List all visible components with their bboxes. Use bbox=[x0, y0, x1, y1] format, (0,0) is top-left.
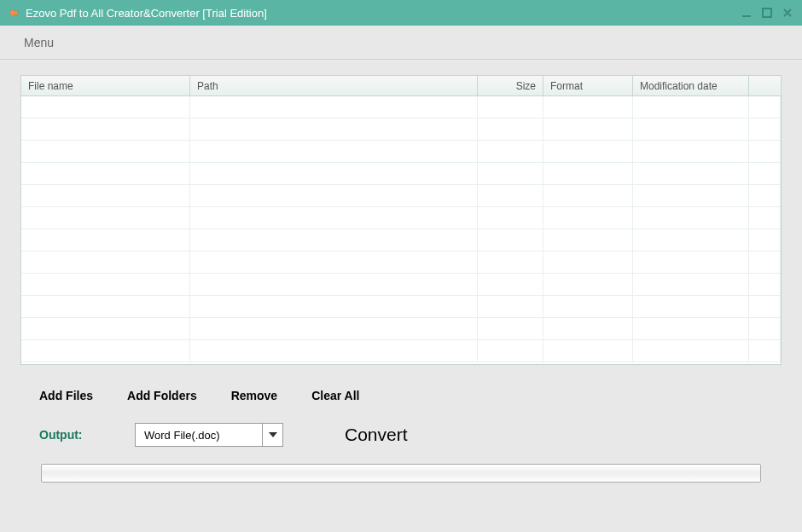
action-bar: Add Files Add Folders Remove Clear All bbox=[20, 365, 782, 416]
remove-button[interactable]: Remove bbox=[231, 389, 277, 402]
table-row bbox=[21, 252, 781, 274]
convert-button[interactable]: Convert bbox=[345, 425, 408, 445]
column-header-path[interactable]: Path bbox=[190, 76, 478, 95]
add-files-button[interactable]: Add Files bbox=[39, 389, 93, 402]
table-row bbox=[21, 318, 781, 340]
table-row bbox=[21, 119, 781, 141]
close-button[interactable] bbox=[780, 5, 795, 20]
table-header: File name Path Size Format Modification … bbox=[21, 76, 781, 96]
table-row bbox=[21, 340, 781, 362]
output-format-value: Word File(.doc) bbox=[136, 424, 262, 446]
progress-bar bbox=[41, 464, 761, 483]
table-row bbox=[21, 96, 781, 119]
table-row bbox=[21, 296, 781, 318]
table-row bbox=[21, 141, 781, 163]
title-bar: Ezovo Pdf to All Creator&Converter [Tria… bbox=[0, 0, 802, 26]
content-area: File name Path Size Format Modification … bbox=[0, 60, 802, 508]
app-icon bbox=[7, 6, 20, 20]
progress-container bbox=[20, 464, 782, 500]
table-row bbox=[21, 229, 781, 252]
output-row: Output: Word File(.doc) Convert bbox=[20, 416, 782, 464]
table-row bbox=[21, 274, 781, 296]
table-row bbox=[21, 207, 781, 229]
dropdown-arrow-icon[interactable] bbox=[262, 424, 282, 446]
window-controls bbox=[739, 5, 795, 20]
menu-button[interactable]: Menu bbox=[17, 32, 61, 53]
table-row bbox=[21, 163, 781, 185]
column-header-format[interactable]: Format bbox=[543, 76, 633, 95]
column-header-filename[interactable]: File name bbox=[21, 76, 190, 95]
add-folders-button[interactable]: Add Folders bbox=[127, 389, 197, 402]
maximize-button[interactable] bbox=[759, 5, 775, 20]
file-table: File name Path Size Format Modification … bbox=[20, 75, 782, 365]
clear-all-button[interactable]: Clear All bbox=[311, 389, 359, 402]
output-format-select[interactable]: Word File(.doc) bbox=[135, 423, 283, 447]
title-bar-left: Ezovo Pdf to All Creator&Converter [Tria… bbox=[7, 6, 267, 20]
window-title: Ezovo Pdf to All Creator&Converter [Tria… bbox=[26, 7, 267, 20]
column-header-size[interactable]: Size bbox=[478, 76, 543, 95]
output-label: Output: bbox=[39, 428, 135, 442]
table-row bbox=[21, 185, 781, 207]
column-header-date[interactable]: Modification date bbox=[633, 76, 749, 95]
minimize-button[interactable] bbox=[739, 5, 754, 20]
svg-rect-1 bbox=[763, 9, 771, 17]
column-header-extra bbox=[749, 76, 781, 95]
svg-rect-0 bbox=[742, 15, 751, 17]
menu-bar: Menu bbox=[0, 26, 802, 60]
table-body[interactable] bbox=[21, 96, 781, 362]
